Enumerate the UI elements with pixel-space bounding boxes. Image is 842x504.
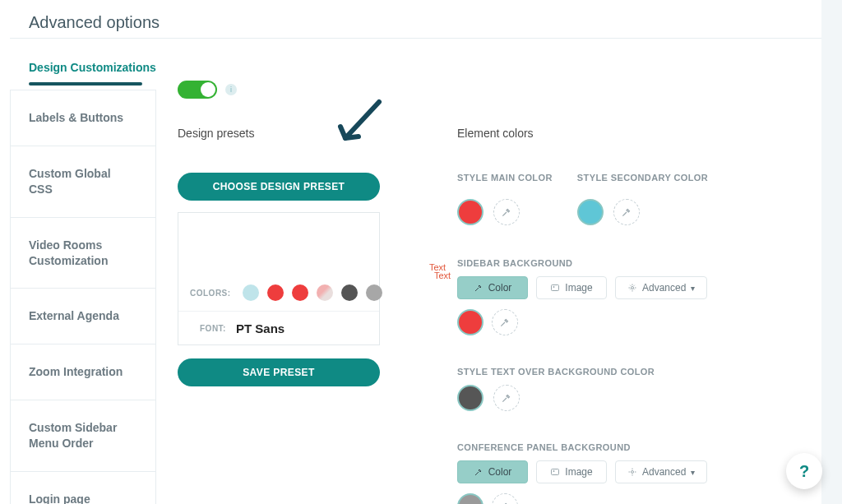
style-secondary-color-label: STYLE SECONDARY COLOR <box>577 173 708 183</box>
tab-underline <box>29 82 142 86</box>
image-icon <box>550 283 560 293</box>
save-preset-button[interactable]: SAVE PRESET <box>178 358 380 386</box>
font-label: FONT: <box>200 324 226 333</box>
sidebar-item-label: Login page <box>29 492 90 504</box>
font-name: PT Sans <box>236 321 285 335</box>
preset-color-dot <box>366 284 382 301</box>
divider <box>10 38 821 39</box>
element-colors-label: Element colors <box>457 127 813 140</box>
svg-point-6 <box>632 471 634 474</box>
conf-panel-image-button[interactable]: Image <box>536 460 607 483</box>
sidebar-item-label: Custom Global CSS <box>29 167 111 196</box>
text-over-bg-label: STYLE TEXT OVER BACKGROUND COLOR <box>457 367 813 377</box>
text-over-bg-swatch[interactable] <box>457 385 483 411</box>
main-color-eyedropper[interactable] <box>493 199 520 225</box>
svg-point-3 <box>632 287 634 289</box>
style-main-color-label: STYLE MAIN COLOR <box>457 173 553 183</box>
sidebar-bg-color-button[interactable]: Color <box>457 276 528 299</box>
image-icon <box>550 467 560 477</box>
eyedropper-icon <box>499 501 511 504</box>
content: i Design presets CHOOSE DESIGN PRESET CO… <box>178 81 813 504</box>
sidebar-bg-eyedropper[interactable] <box>492 309 518 335</box>
sidebar-item-zoom[interactable]: Zoom Integration <box>11 344 155 400</box>
conf-panel-swatch[interactable] <box>457 493 483 504</box>
annotation-text: TextText <box>429 263 451 280</box>
tab-design-customizations[interactable]: Design Customizations <box>29 54 156 81</box>
design-presets-label: Design presets <box>178 127 391 140</box>
svg-rect-1 <box>552 285 559 291</box>
sidebar-bg-advanced-button[interactable]: Advanced ▾ <box>615 276 707 299</box>
secondary-color-eyedropper[interactable] <box>613 199 640 225</box>
eyedropper-icon <box>501 206 512 218</box>
arrow-annotation-icon <box>334 97 391 155</box>
sidebar-bg-image-button[interactable]: Image <box>536 276 607 299</box>
sidebar-item-label: Labels & Buttons <box>29 111 123 124</box>
preset-color-dot <box>267 284 284 301</box>
conf-panel-bg-label: CONFERENCE PANEL BACKGROUND <box>457 442 813 452</box>
sidebar-item-label: Custom Sidebar Menu Order <box>29 421 117 450</box>
gear-icon <box>627 283 637 293</box>
svg-point-2 <box>553 286 555 288</box>
sidebar-background-label: SIDEBAR BACKGROUND <box>457 258 813 268</box>
conf-panel-eyedropper[interactable] <box>492 493 518 504</box>
text-over-bg-eyedropper[interactable] <box>493 385 520 411</box>
sidebar-item-label: Zoom Integration <box>29 365 123 378</box>
eyedropper-icon <box>474 283 483 293</box>
choose-design-preset-button[interactable]: CHOOSE DESIGN PRESET <box>178 173 380 201</box>
eyedropper-icon <box>474 467 483 477</box>
chevron-down-icon: ▾ <box>691 284 695 293</box>
sidebar-item-external-agenda[interactable]: External Agenda <box>11 289 155 344</box>
preset-color-dot <box>341 284 358 301</box>
preset-color-dot <box>292 284 308 301</box>
eyedropper-icon <box>499 317 511 328</box>
preset-color-dot <box>317 284 333 301</box>
element-colors-column: Element colors STYLE MAIN COLOR STYLE SE… <box>457 127 813 504</box>
sidebar-item-label: External Agenda <box>29 309 119 322</box>
main-color-swatch[interactable] <box>457 199 483 225</box>
help-button[interactable]: ? <box>786 453 822 489</box>
conf-panel-advanced-button[interactable]: Advanced ▾ <box>615 460 707 483</box>
sidebar-item-login-page[interactable]: Login page <box>11 472 155 504</box>
sidebar: Labels & Buttons Custom Global CSS Video… <box>10 90 156 504</box>
preset-card: COLORS: FONT: PT Sans <box>178 212 380 345</box>
svg-point-5 <box>553 470 555 472</box>
colors-row: COLORS: <box>190 284 382 301</box>
sidebar-bg-swatch[interactable] <box>457 309 483 335</box>
conf-panel-color-button[interactable]: Color <box>457 460 528 483</box>
toggle-knob <box>201 82 215 97</box>
sidebar-item-labels-buttons[interactable]: Labels & Buttons <box>11 90 155 146</box>
tabs: Design Customizations <box>29 54 156 86</box>
sidebar-item-video-rooms[interactable]: Video Rooms Customization <box>11 218 155 289</box>
enable-toggle[interactable] <box>178 81 217 99</box>
right-gutter <box>821 0 842 504</box>
sidebar-item-label: Video Rooms Customization <box>29 238 108 267</box>
chevron-down-icon: ▾ <box>691 468 695 477</box>
page-title: Advanced options <box>0 0 842 47</box>
info-icon[interactable]: i <box>225 84 237 95</box>
preset-color-dot <box>243 284 259 301</box>
svg-rect-4 <box>552 469 559 475</box>
preset-footer: FONT: PT Sans <box>178 312 379 344</box>
design-presets-column: Design presets CHOOSE DESIGN PRESET COLO… <box>178 127 391 504</box>
colors-label: COLORS: <box>190 289 231 298</box>
secondary-color-swatch[interactable] <box>577 199 604 225</box>
eyedropper-icon <box>501 392 512 404</box>
eyedropper-icon <box>621 206 632 218</box>
gear-icon <box>627 467 637 477</box>
preset-body: COLORS: <box>178 213 379 312</box>
sidebar-item-sidebar-order[interactable]: Custom Sidebar Menu Order <box>11 400 155 472</box>
sidebar-item-custom-css[interactable]: Custom Global CSS <box>11 146 155 218</box>
